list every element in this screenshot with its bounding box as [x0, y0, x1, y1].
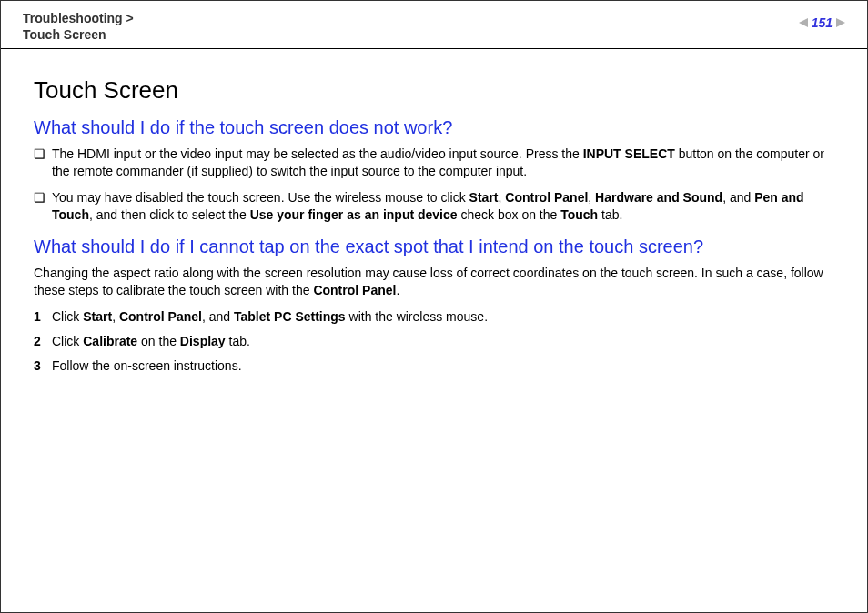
bullet-icon: ❏: [34, 189, 52, 206]
breadcrumb-sep: >: [123, 11, 134, 25]
list-item: ❏ The HDMI input or the video input may …: [34, 146, 834, 180]
numbered-list: 1 Click Start, Control Panel, and Tablet…: [34, 308, 834, 375]
list-item: 3 Follow the on-screen instructions.: [34, 357, 834, 375]
bullet-text: You may have disabled the touch screen. …: [52, 189, 834, 224]
bullet-icon: ❏: [34, 146, 52, 163]
breadcrumb-page: Touch Screen: [23, 27, 106, 42]
step-text: Click Start, Control Panel, and Tablet P…: [52, 308, 488, 326]
paragraph: Changing the aspect ratio along with the…: [34, 265, 834, 299]
list-item: 2 Click Calibrate on the Display tab.: [34, 333, 834, 350]
bullet-list-1: ❏ The HDMI input or the video input may …: [34, 146, 834, 224]
page-content: Touch Screen What should I do if the tou…: [1, 49, 867, 374]
document-page: Troubleshooting > Touch Screen 151 Touch…: [0, 0, 868, 613]
list-item: 1 Click Start, Control Panel, and Tablet…: [34, 308, 834, 326]
step-number: 1: [34, 308, 52, 326]
prev-page-icon[interactable]: [799, 18, 808, 27]
section-heading-2: What should I do if I cannot tap on the …: [34, 236, 834, 257]
page-header: Troubleshooting > Touch Screen 151: [1, 1, 867, 49]
step-text: Follow the on-screen instructions.: [52, 357, 242, 375]
list-item: ❏ You may have disabled the touch screen…: [34, 189, 834, 224]
next-page-icon[interactable]: [836, 18, 845, 27]
breadcrumb-section: Troubleshooting: [23, 11, 123, 25]
step-number: 3: [34, 357, 52, 375]
breadcrumb: Troubleshooting > Touch Screen: [23, 10, 134, 43]
page-number: 151: [812, 15, 833, 30]
bullet-text: The HDMI input or the video input may be…: [52, 146, 834, 180]
page-title: Touch Screen: [34, 76, 834, 105]
page-nav: 151: [799, 15, 845, 30]
step-text: Click Calibrate on the Display tab.: [52, 333, 250, 350]
section-heading-1: What should I do if the touch screen doe…: [34, 117, 834, 138]
step-number: 2: [34, 333, 52, 350]
